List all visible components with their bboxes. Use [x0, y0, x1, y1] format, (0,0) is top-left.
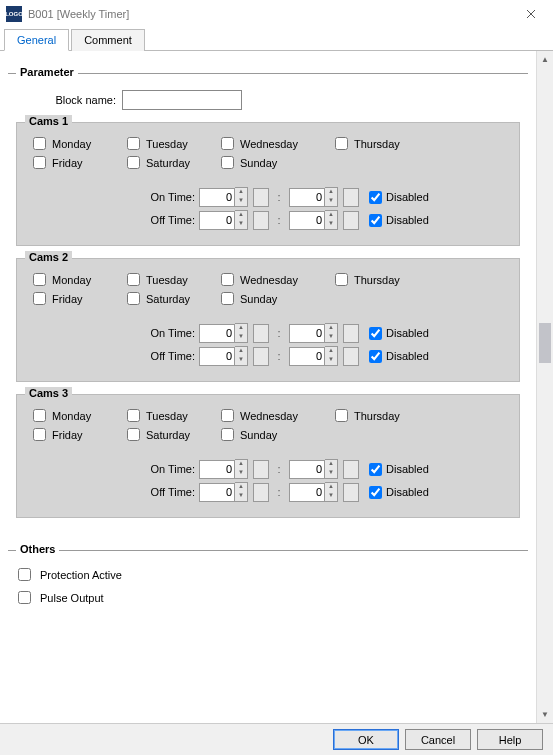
spin-up-icon[interactable]: ▲	[235, 324, 247, 333]
time-colon: :	[273, 214, 285, 226]
pulse-output-checkbox[interactable]: Pulse Output	[14, 588, 528, 607]
tab-general[interactable]: General	[4, 29, 69, 51]
spin-down-icon[interactable]: ▼	[235, 333, 247, 342]
day-saturday[interactable]: Saturday	[127, 292, 217, 305]
spin-up-icon[interactable]: ▲	[325, 347, 337, 356]
tab-comment[interactable]: Comment	[71, 29, 145, 51]
spin-down-icon[interactable]: ▼	[325, 197, 337, 206]
spin-up-icon[interactable]: ▲	[325, 483, 337, 492]
day-saturday[interactable]: Saturday	[127, 428, 217, 441]
block-name-input[interactable]	[122, 90, 242, 110]
ref-button[interactable]	[343, 211, 359, 230]
day-wednesday[interactable]: Wednesday	[221, 273, 331, 286]
ref-button[interactable]	[343, 188, 359, 207]
day-monday[interactable]: Monday	[33, 137, 123, 150]
on-hour-input[interactable]	[199, 324, 235, 343]
day-wednesday[interactable]: Wednesday	[221, 137, 331, 150]
spin-up-icon[interactable]: ▲	[235, 347, 247, 356]
scroll-track[interactable]	[537, 68, 553, 706]
day-thursday[interactable]: Thursday	[335, 137, 425, 150]
day-tuesday[interactable]: Tuesday	[127, 137, 217, 150]
on-minute-input[interactable]	[289, 324, 325, 343]
spin-up-icon[interactable]: ▲	[235, 460, 247, 469]
day-sunday[interactable]: Sunday	[221, 156, 331, 169]
ref-button[interactable]	[253, 188, 269, 207]
off-minute-input[interactable]	[289, 483, 325, 502]
ref-button[interactable]	[343, 324, 359, 343]
help-button[interactable]: Help	[477, 729, 543, 750]
spin-down-icon[interactable]: ▼	[235, 492, 247, 501]
off-disabled-checkbox[interactable]: Disabled	[369, 486, 429, 499]
day-friday[interactable]: Friday	[33, 428, 123, 441]
day-tuesday[interactable]: Tuesday	[127, 273, 217, 286]
cam-panel-3: Cams 3 Monday Tuesday Wednesday Thursday…	[16, 394, 520, 518]
off-disabled-checkbox[interactable]: Disabled	[369, 214, 429, 227]
ref-button[interactable]	[253, 483, 269, 502]
spin-up-icon[interactable]: ▲	[325, 211, 337, 220]
on-minute-input[interactable]	[289, 460, 325, 479]
ref-button[interactable]	[343, 347, 359, 366]
scroll-up-icon[interactable]: ▲	[537, 51, 553, 68]
off-time-row: Off Time: ▲▼ : ▲▼ Disabled	[135, 346, 511, 366]
on-hour-input[interactable]	[199, 188, 235, 207]
spin-down-icon[interactable]: ▼	[235, 220, 247, 229]
spin-down-icon[interactable]: ▼	[325, 333, 337, 342]
close-button[interactable]	[508, 0, 553, 28]
on-disabled-checkbox[interactable]: Disabled	[369, 327, 429, 340]
on-time-label: On Time:	[135, 191, 195, 203]
day-monday[interactable]: Monday	[33, 409, 123, 422]
ref-button[interactable]	[253, 347, 269, 366]
on-minute-input[interactable]	[289, 188, 325, 207]
spin-up-icon[interactable]: ▲	[325, 460, 337, 469]
spin-up-icon[interactable]: ▲	[325, 324, 337, 333]
cam-legend: Cams 2	[25, 251, 72, 263]
ref-button[interactable]	[253, 460, 269, 479]
protection-active-input[interactable]	[18, 568, 31, 581]
spin-up-icon[interactable]: ▲	[235, 188, 247, 197]
cam-panel-1: Cams 1 Monday Tuesday Wednesday Thursday…	[16, 122, 520, 246]
day-tuesday[interactable]: Tuesday	[127, 409, 217, 422]
off-hour-input[interactable]	[199, 211, 235, 230]
spin-down-icon[interactable]: ▼	[325, 492, 337, 501]
off-hour-input[interactable]	[199, 347, 235, 366]
spin-down-icon[interactable]: ▼	[325, 469, 337, 478]
day-sunday[interactable]: Sunday	[221, 292, 331, 305]
ref-button[interactable]	[343, 483, 359, 502]
on-disabled-checkbox[interactable]: Disabled	[369, 191, 429, 204]
ref-button[interactable]	[253, 211, 269, 230]
spin-down-icon[interactable]: ▼	[235, 356, 247, 365]
spin-down-icon[interactable]: ▼	[235, 469, 247, 478]
day-wednesday[interactable]: Wednesday	[221, 409, 331, 422]
spin-up-icon[interactable]: ▲	[235, 211, 247, 220]
off-time-row: Off Time: ▲▼ : ▲▼ Disabled	[135, 482, 511, 502]
off-hour-input[interactable]	[199, 483, 235, 502]
off-disabled-checkbox[interactable]: Disabled	[369, 350, 429, 363]
cancel-button[interactable]: Cancel	[405, 729, 471, 750]
protection-active-checkbox[interactable]: Protection Active	[14, 565, 528, 584]
scroll-down-icon[interactable]: ▼	[537, 706, 553, 723]
day-saturday[interactable]: Saturday	[127, 156, 217, 169]
on-time-row: On Time: ▲▼ : ▲▼ Disabled	[135, 323, 511, 343]
on-disabled-checkbox[interactable]: Disabled	[369, 463, 429, 476]
vertical-scrollbar[interactable]: ▲ ▼	[536, 51, 553, 723]
day-thursday[interactable]: Thursday	[335, 273, 425, 286]
day-thursday[interactable]: Thursday	[335, 409, 425, 422]
ref-button[interactable]	[253, 324, 269, 343]
on-hour-input[interactable]	[199, 460, 235, 479]
spin-down-icon[interactable]: ▼	[325, 220, 337, 229]
spin-up-icon[interactable]: ▲	[235, 483, 247, 492]
ok-button[interactable]: OK	[333, 729, 399, 750]
spin-up-icon[interactable]: ▲	[325, 188, 337, 197]
day-friday[interactable]: Friday	[33, 156, 123, 169]
spin-down-icon[interactable]: ▼	[325, 356, 337, 365]
pulse-output-input[interactable]	[18, 591, 31, 604]
off-minute-input[interactable]	[289, 211, 325, 230]
day-friday[interactable]: Friday	[33, 292, 123, 305]
time-colon: :	[273, 486, 285, 498]
scroll-thumb[interactable]	[539, 323, 551, 363]
off-minute-input[interactable]	[289, 347, 325, 366]
day-monday[interactable]: Monday	[33, 273, 123, 286]
ref-button[interactable]	[343, 460, 359, 479]
day-sunday[interactable]: Sunday	[221, 428, 331, 441]
spin-down-icon[interactable]: ▼	[235, 197, 247, 206]
